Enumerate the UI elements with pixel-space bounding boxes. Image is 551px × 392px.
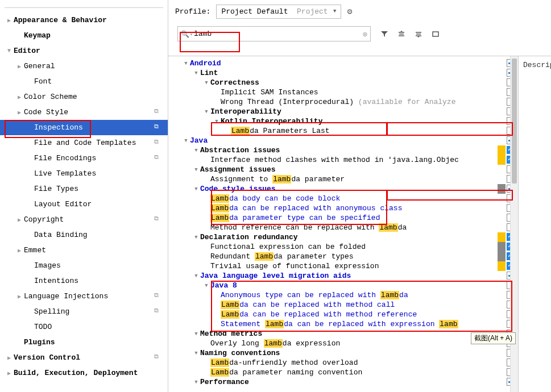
chevron-down-icon: ▼ [5,48,14,54]
inspection-row[interactable]: ▼Abstraction issues [168,145,518,155]
sidebar-item[interactable]: ▶General [0,59,168,74]
inspection-row[interactable]: Lambda body can be code block [168,194,518,203]
scrollbar-thumb[interactable] [512,59,517,184]
inspection-label: Performance [200,378,249,386]
sidebar-item-label: Data Binding [34,231,168,239]
sidebar-item[interactable]: Data Binding [0,227,168,243]
inspection-row[interactable]: Lambda can be replaced with anonymous cl… [168,203,518,213]
gear-icon[interactable]: ⚙ [347,6,352,17]
inspection-row[interactable]: ▼Interoperability [168,107,518,116]
inspection-row[interactable]: ▼Naming conventions [168,348,518,358]
chevron-down-icon: ▼ [192,148,200,153]
inspection-label: Implicit SAM Instances [221,88,318,97]
inspection-row[interactable]: Method reference can be replaced with la… [168,223,518,232]
inspection-row[interactable]: ▼Code style issues [168,184,518,194]
reset-icon[interactable] [430,28,441,40]
chevron-right-icon: ▶ [5,370,14,377]
inspection-row[interactable]: ▼Java 8 [168,281,518,290]
inspection-row[interactable]: Functional expression can be folded [168,242,518,252]
sidebar-item[interactable]: File and Code Templates⧉ [0,135,168,151]
inspection-label: Anonymous type can be replaced with lamb… [221,291,408,299]
inspection-row[interactable]: Overly long lambda expression [168,339,518,348]
collapse-all-icon[interactable] [413,28,424,40]
inspection-label: Lambda can be replaced with anonymous cl… [210,204,402,212]
sidebar-item[interactable]: ▶Language Injections⧉ [0,289,168,304]
inspection-row[interactable]: Lambda Parameters Last [168,126,518,136]
screenshot-tooltip: 截图(Alt + A) [471,332,516,344]
inspection-label: Java [190,136,208,145]
inspection-row[interactable]: Implicit SAM Instances [168,87,518,97]
inspection-row[interactable]: Lambda parameter type can be specified [168,213,518,223]
sidebar-item-label: Appearance & Behavior [14,16,168,24]
inspection-label: Statement lambda can be replaced with ex… [221,320,458,328]
chevron-down-icon: ▼ [192,273,200,279]
inspection-row[interactable]: Wrong Thread (Interprocedural) (availabl… [168,97,518,107]
chevron-down-icon: ▼ [192,186,200,192]
inspection-tree[interactable]: ▼Android▼Lint▼CorrectnessImplicit SAM In… [168,56,518,392]
chevron-right-icon: ▶ [5,17,14,24]
sidebar-item[interactable]: ▶Appearance & Behavior [0,12,168,28]
search-input[interactable] [177,26,371,41]
sidebar-item[interactable]: Layout Editor [0,197,168,212]
sidebar-item-label: Copyright [24,215,154,224]
sidebar-item[interactable]: File Encodings⧉ [0,151,168,166]
sidebar-item[interactable]: Live Templates [0,166,168,181]
clear-icon[interactable]: ⊗ [363,29,367,39]
inspection-row[interactable]: ▼Java language level migration aids [168,271,518,281]
sidebar-item[interactable]: TODO [0,319,168,335]
sidebar-item[interactable]: Plugins [0,335,168,350]
severity-indicator [498,261,506,271]
sidebar-item[interactable]: Keymap [0,28,168,43]
inspection-row[interactable]: Lambda can be replaced with method call [168,300,518,310]
sidebar-item[interactable]: Spelling⧉ [0,304,168,319]
profile-scope: Project [297,7,328,16]
inspection-row[interactable]: Statement lambda can be replaced with ex… [168,319,518,329]
chevron-down-icon: ▼ [202,283,210,289]
inspection-row[interactable]: Trivial usage of functional expression [168,261,518,271]
inspection-row[interactable]: Interface method clashes with method in … [168,155,518,165]
filter-icon[interactable] [379,28,390,40]
inspection-row[interactable]: Redundant lambda parameter types [168,252,518,261]
sidebar-item[interactable]: Intentions [0,273,168,289]
inspection-row[interactable]: Lambda parameter naming convention [168,368,518,377]
sidebar-item-label: Layout Editor [34,200,168,208]
inspection-row[interactable]: ▼Assignment issues [168,165,518,174]
sidebar-item-label: Emmet [24,246,168,255]
inspection-row[interactable]: ▼Correctness [168,78,518,87]
profile-combo[interactable]: Project Default Project ▼ [216,5,341,19]
inspection-row[interactable]: ▼Kotlin Interoperability [168,116,518,126]
sidebar-item[interactable]: ▶Color Scheme [0,89,168,105]
search-dropdown-icon[interactable]: ▾ [190,31,193,36]
inspection-row[interactable]: ▼Declaration redundancy [168,232,518,242]
sidebar-item[interactable]: ▶Build, Execution, Deployment [0,365,168,381]
sidebar-item[interactable]: ▶Code Style⧉ [0,105,168,120]
sidebar-item[interactable]: ▶Emmet [0,243,168,258]
chevron-down-icon: ▼ [192,167,200,173]
inspection-row[interactable]: ▼Performance [168,377,518,387]
project-scope-icon: ⧉ [154,215,163,224]
sidebar-item-label: File Types [34,185,168,193]
sidebar-item-label: Live Templates [34,169,168,178]
profile-name: Project Default [221,7,288,16]
inspection-row[interactable]: ▼Method metrics [168,329,518,339]
inspection-row[interactable]: Lambda can be replaced with method refer… [168,310,518,319]
project-scope-icon: ⧉ [154,292,163,301]
sidebar-item[interactable]: File Types [0,181,168,197]
inspection-row[interactable]: ▼Lint [168,68,518,78]
sidebar-item-label: Spelling [34,307,154,316]
sidebar-item-label: Color Scheme [24,93,168,101]
inspection-row[interactable]: Anonymous type can be replaced with lamb… [168,290,518,300]
inspection-row[interactable]: Assignment to lambda parameter [168,174,518,184]
sidebar-item[interactable]: ▶Copyright⧉ [0,212,168,227]
inspection-row[interactable]: Lambda-unfriendly method overload [168,358,518,368]
sidebar-item[interactable]: ▶Version Control⧉ [0,350,168,365]
expand-all-icon[interactable] [396,28,407,40]
inspection-label: Lambda can be replaced with method refer… [221,310,417,319]
sidebar-item[interactable]: Images [0,258,168,273]
sidebar-item[interactable]: Font [0,74,168,89]
inspection-row[interactable]: ▼Android [168,59,518,68]
sidebar-item[interactable]: ▼Editor [0,43,168,59]
inspection-row[interactable]: ▼Java [168,136,518,145]
sidebar-item[interactable]: Inspections⧉ [0,120,168,135]
sidebar-search-placeholder[interactable] [5,0,163,8]
